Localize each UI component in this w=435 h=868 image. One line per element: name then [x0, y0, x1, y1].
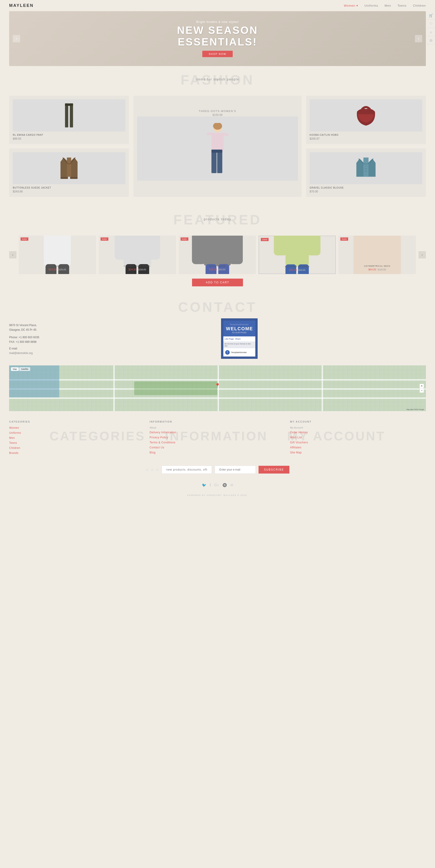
nav-women[interactable]: Women ▾	[344, 4, 358, 7]
facebook-icon[interactable]: f	[210, 483, 211, 487]
pinterest-icon[interactable]: 🔘	[222, 483, 227, 487]
map-road-v2	[218, 366, 219, 411]
carousel-item-1[interactable]: Sale CUT-OUT PUNK NOVEL $24.00 $100.00	[99, 236, 176, 274]
carousel-next-button[interactable]: ›	[418, 251, 426, 258]
cart-icon[interactable]: 🛒	[427, 11, 435, 20]
carousel-item-3[interactable]: Sale CLOTHING WOMEN'S $32.00 $60.00	[258, 236, 336, 274]
carousel-item-1-image	[101, 238, 174, 263]
footer-cat-men[interactable]: Men	[9, 436, 145, 439]
footer-wish-list[interactable]: Wish List	[290, 436, 426, 439]
svg-rect-41	[307, 236, 320, 255]
fb-like-btn[interactable]: Like Page	[225, 338, 234, 340]
search-icon[interactable]: ⌕	[427, 28, 435, 36]
newsletter-email-input[interactable]	[215, 466, 256, 474]
sale-badge-2: Sale	[181, 238, 188, 241]
newsletter-text-input[interactable]	[162, 466, 212, 474]
hero-next-button[interactable]: ›	[415, 35, 422, 42]
powered-by: POWERED BY OPENCART. MAYLEEN © 2016.	[0, 492, 435, 499]
add-to-cart-button[interactable]: ADD TO CART	[192, 279, 243, 286]
contact-info: 9870 St Vincent Place, Glasgow, DC 45 Pr…	[9, 318, 214, 363]
fb-welcome-label: WELCOME	[226, 326, 253, 331]
fb-icon: T	[225, 350, 230, 355]
carousel-prev-button[interactable]: ‹	[9, 251, 17, 258]
map-tab-map[interactable]: Map	[11, 367, 19, 371]
footer-cat-brands[interactable]: Brands	[9, 452, 145, 455]
svg-rect-6	[61, 177, 68, 179]
map-tab-satellite[interactable]: Satellite	[19, 367, 30, 371]
carousel-item-2[interactable]: Sale MEN'S CLOSE $32.00 $60.00	[179, 236, 256, 274]
fb-template-label: TemplateMonster	[226, 323, 253, 326]
product-hobo-bag[interactable]: KOOBA CAITLIN HOBO $200.97	[306, 96, 426, 144]
svg-point-19	[366, 171, 366, 172]
footer-cat-teens[interactable]: Teens	[9, 441, 145, 444]
nav-children[interactable]: Children	[413, 4, 426, 7]
footer-blog[interactable]: Blog	[150, 451, 285, 454]
svg-point-18	[366, 168, 366, 169]
product-classic-blouse[interactable]: GRAVEL CLASSIC BLOUSE $70.00	[306, 149, 426, 197]
featured-center-product[interactable]: THREE-DOTS-WOMEN'S $150.99	[133, 96, 301, 197]
map-zoom-out[interactable]: −	[420, 388, 424, 393]
featured-carousel: ‹ Sale RAP $24.00 $100.00	[9, 236, 426, 274]
about-label: About	[150, 426, 285, 429]
footer-affiliates[interactable]: Affiliates	[290, 446, 426, 449]
wishlist-icon[interactable]: ♡	[427, 20, 435, 28]
hero-content: Bright models & new styles! NEW SEASON E…	[177, 20, 258, 57]
featured-section-header: FEATURED products today	[0, 213, 435, 226]
my-account-label: My Account	[290, 426, 426, 429]
main-nav: Women ▾ Uniforms Men Teens Children	[344, 4, 426, 7]
nav-men[interactable]: Men	[385, 4, 391, 7]
footer-cat-uniforms[interactable]: Uniforms	[9, 431, 145, 434]
product-suede-jacket[interactable]: BUTTONLESS SUEDE JACKET $243.66	[9, 149, 129, 197]
star-icon-3: ☆	[156, 468, 159, 472]
logo: MAYLEEN	[9, 3, 34, 8]
nav-teens[interactable]: Teens	[398, 4, 407, 7]
hero-title: NEW SEASON ESSENTIALS!	[177, 25, 258, 48]
footer-terms[interactable]: Terms & Conditions	[150, 441, 285, 444]
carousel-item-0-image	[21, 238, 94, 263]
footer-cat-children[interactable]: Children	[9, 446, 145, 450]
fb-share-btn[interactable]: Share	[235, 338, 241, 340]
fashion-section-header: FASHION items for stylish people	[0, 73, 435, 87]
shop-now-button[interactable]: SHOP NOW	[202, 51, 233, 57]
footer-gift-vouchers[interactable]: Gift Vouchers	[290, 441, 426, 444]
google-plus-icon[interactable]: G+	[214, 483, 219, 487]
featured-section: ‹ Sale RAP $24.00 $100.00	[0, 233, 435, 296]
sale-badge-4: Sale	[340, 238, 348, 241]
hero-prev-button[interactable]: ‹	[13, 35, 20, 42]
subscribe-button[interactable]: SUBSCRIBE	[258, 466, 289, 473]
classic-blouse-name: GRAVEL CLASSIC BLOUSE	[310, 186, 422, 189]
cargo-pant-name: RL EMINA CARGO PANT	[13, 134, 125, 136]
location-icon[interactable]: ◎	[427, 36, 435, 44]
social-footer: 🐦 f G+ 🔘 ✉	[0, 478, 435, 492]
email-icon[interactable]: ✉	[230, 483, 233, 487]
footer-categories: CATEGORIES Women Uniforms Men Teens Chil…	[9, 420, 145, 456]
product-cargo-pant[interactable]: RL EMINA CARGO PANT $99.50	[9, 96, 129, 144]
map-park	[134, 381, 218, 395]
map-road-v3	[322, 366, 323, 411]
footer-privacy[interactable]: Privacy Policy	[150, 436, 285, 439]
twitter-icon[interactable]: 🐦	[202, 483, 207, 487]
footer-contact[interactable]: Contact Us	[150, 446, 285, 449]
carousel-item-0[interactable]: Sale RAP $24.00 $100.00	[19, 236, 96, 274]
star-icon-1: ☆	[146, 468, 149, 472]
footer-delivery[interactable]: Delivery Information	[150, 431, 285, 434]
svg-rect-13	[212, 151, 216, 173]
map-zoom-in[interactable]: +	[420, 384, 424, 388]
footer-site-map[interactable]: Site Map	[290, 451, 426, 454]
newsletter-section: ☆ ☆ ☆ SUBSCRIBE	[0, 461, 435, 478]
footer-order-history[interactable]: Order History	[290, 431, 426, 434]
nav-uniforms[interactable]: Uniforms	[365, 4, 378, 7]
svg-rect-39	[285, 236, 309, 266]
featured-center-image	[137, 117, 298, 181]
footer-cat-women[interactable]: Women	[9, 426, 145, 429]
categories-title: CATEGORIES	[9, 420, 145, 423]
map-data-label: Map data ©2019 Google	[407, 409, 424, 410]
svg-rect-21	[44, 236, 71, 266]
map-area[interactable]: 📍 Map Satellite Map data ©2019 Google + …	[9, 366, 426, 411]
sale-badge-3: Sale	[261, 238, 269, 241]
carousel-item-4[interactable]: Sale ASYMMETRICAL NECK $64.00 $120.00	[339, 236, 416, 274]
svg-rect-7	[70, 177, 78, 179]
carousel-item-4-image	[341, 238, 413, 263]
email-link[interactable]: mail@demolink.org	[9, 351, 33, 355]
product-suede-jacket-image	[13, 152, 125, 184]
